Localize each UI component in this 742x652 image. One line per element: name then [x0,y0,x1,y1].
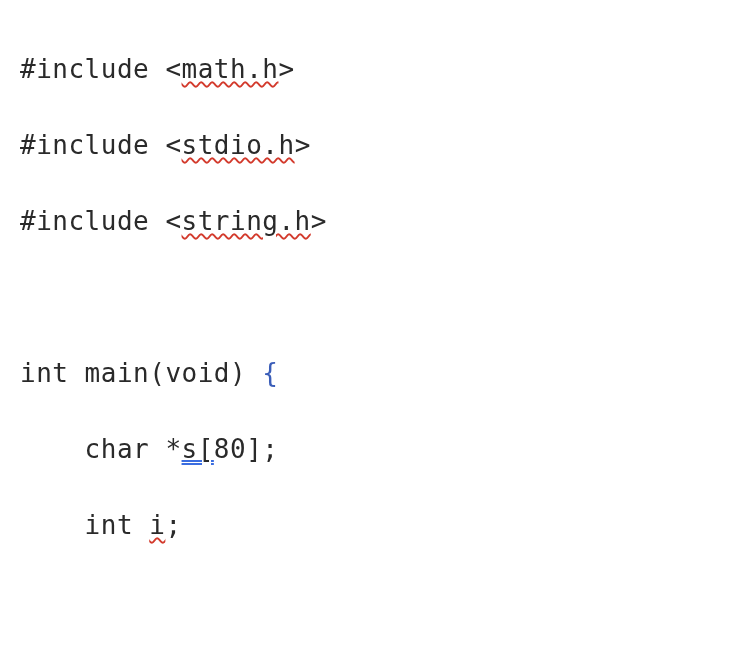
text: int main(void) [20,358,262,388]
underlined-text: string.h [182,206,311,236]
blank-line [20,582,742,620]
underlined-text: i [149,510,165,540]
blank-line [20,278,742,316]
code-editor-view: #include <math.h> #include <stdio.h> #in… [0,0,742,652]
text: > [311,206,327,236]
underlined-text: s[ [182,434,214,464]
text: char * [20,434,182,464]
brace-open: { [262,358,278,388]
text: #include < [20,54,182,84]
code-line-1: #include <math.h> [20,50,742,88]
code-line-5: int main(void) { [20,354,742,392]
code-line-6: char *s[80]; [20,430,742,468]
text: 80]; [214,434,279,464]
text: #include < [20,206,182,236]
text: int [20,510,149,540]
underlined-text: math.h [182,54,279,84]
text: > [295,130,311,160]
code-line-2: #include <stdio.h> [20,126,742,164]
text: > [278,54,294,84]
text: #include < [20,130,182,160]
code-line-3: #include <string.h> [20,202,742,240]
text: ; [165,510,181,540]
underlined-text: stdio.h [182,130,295,160]
code-line-7: int i; [20,506,742,544]
